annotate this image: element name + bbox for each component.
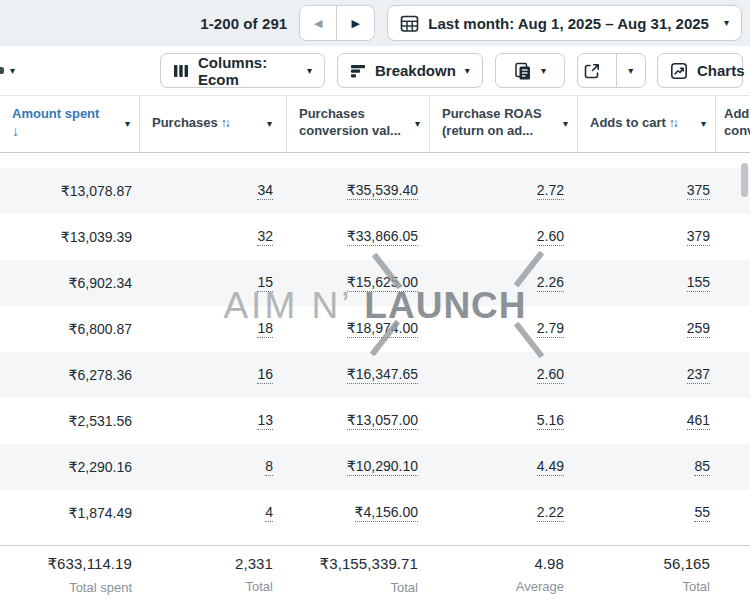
duplicate-pages-icon xyxy=(514,62,532,80)
cell: ₹13,039.39 xyxy=(0,214,140,260)
cell[interactable]: 259 xyxy=(578,306,716,352)
total-cell: 2,331Total xyxy=(140,555,287,609)
export-button[interactable] xyxy=(578,54,607,87)
sort-icon: ↑↓ xyxy=(669,116,677,130)
chevron-down-icon: ▾ xyxy=(541,66,546,76)
table-row[interactable]: ₹6,902.3415₹15,625.002.26155 xyxy=(0,260,750,306)
cell[interactable]: 18 xyxy=(140,306,287,352)
cell[interactable]: 2.60 xyxy=(430,352,578,398)
columns-icon xyxy=(173,63,189,79)
export-options-button[interactable]: ▾ xyxy=(616,54,646,87)
cell: ₹6,902.34 xyxy=(0,260,140,306)
column-header-adds-to-cart[interactable]: Adds to cart↑↓ ▾ xyxy=(578,96,716,152)
cell[interactable]: ₹4,156.00 xyxy=(287,490,430,536)
table-row[interactable]: ₹1,874.494₹4,156.002.2255 xyxy=(0,490,750,536)
table-row[interactable]: ₹2,290.168₹10,290.104.4985 xyxy=(0,444,750,490)
chevron-down-icon: ▾ xyxy=(724,18,729,28)
cell: ₹13,078.87 xyxy=(0,168,140,214)
cell[interactable]: ₹18,974.00 xyxy=(287,306,430,352)
breakdown-icon xyxy=(350,63,366,79)
table-row[interactable]: ₹6,800.8718₹18,974.002.79259 xyxy=(0,306,750,352)
cell[interactable]: 2.26 xyxy=(430,260,578,306)
cell[interactable]: 237 xyxy=(578,352,716,398)
total-value: 2,331 xyxy=(235,555,273,572)
cell[interactable]: 2.79 xyxy=(430,306,578,352)
cell[interactable]: 155 xyxy=(578,260,716,306)
chevron-down-icon: ▾ xyxy=(267,119,272,129)
total-label: Total xyxy=(391,580,418,595)
cell xyxy=(716,490,750,536)
table-row[interactable]: ₹13,078.8734₹35,539.402.72375 xyxy=(0,168,750,214)
left-arrow-icon: ◀ xyxy=(314,17,322,30)
cell[interactable]: ₹10,290.10 xyxy=(287,444,430,490)
table-row[interactable]: ₹2,531.5613₹13,057.005.16461 xyxy=(0,398,750,444)
next-page-button[interactable]: ▶ xyxy=(337,6,374,40)
total-label: Total xyxy=(246,579,273,594)
table-header: Amount spent ↓ ▾ Purchases↑↓ ▾ Purchases… xyxy=(0,95,750,153)
export-split-button: ▾ xyxy=(577,53,646,88)
charts-icon xyxy=(670,62,688,80)
ads-manager-screen: 1-200 of 291 ◀ ▶ Last month: Aug 1, 2025… xyxy=(0,0,750,609)
date-range-button[interactable]: Last month: Aug 1, 2025 – Aug 31, 2025 ▾ xyxy=(387,5,742,41)
totals-row: ₹633,114.19Total spent2,331Total₹3,155,3… xyxy=(0,545,750,609)
breakdown-button[interactable]: Breakdown ▾ xyxy=(337,53,483,88)
table-row[interactable]: ₹6,278.3616₹16,347.652.60237 xyxy=(0,352,750,398)
cell[interactable]: 2.60 xyxy=(430,214,578,260)
cell[interactable]: 375 xyxy=(578,168,716,214)
chevron-down-icon[interactable]: ▾ xyxy=(10,66,15,76)
breakdown-button-label: Breakdown xyxy=(375,62,456,79)
cell[interactable]: 55 xyxy=(578,490,716,536)
pagination-control: ◀ ▶ xyxy=(299,5,375,41)
cell[interactable]: 2.22 xyxy=(430,490,578,536)
cell[interactable]: 16 xyxy=(140,352,287,398)
cell[interactable]: 32 xyxy=(140,214,287,260)
columns-button-label: Columns: Ecom xyxy=(198,54,298,88)
right-arrow-icon: ▶ xyxy=(352,17,360,30)
cell[interactable]: ₹35,539.40 xyxy=(287,168,430,214)
cell[interactable]: 85 xyxy=(578,444,716,490)
charts-button-label: Charts xyxy=(697,62,745,79)
cell xyxy=(716,398,750,444)
cell[interactable]: 8 xyxy=(140,444,287,490)
cell[interactable]: 379 xyxy=(578,214,716,260)
cell[interactable]: 34 xyxy=(140,168,287,214)
cell[interactable]: 4.49 xyxy=(430,444,578,490)
chevron-down-icon: ▾ xyxy=(415,119,420,129)
columns-button[interactable]: Columns: Ecom ▾ xyxy=(160,53,325,88)
cell[interactable]: 2.72 xyxy=(430,168,578,214)
charts-button[interactable]: Charts xyxy=(657,53,743,88)
cell[interactable]: 5.16 xyxy=(430,398,578,444)
table-body: ₹13,078.8734₹35,539.402.72375₹13,039.393… xyxy=(0,168,750,536)
chevron-down-icon: ▾ xyxy=(307,66,312,76)
column-header-purchases-conversion-value[interactable]: Purchases conversion val... ▾ xyxy=(287,96,430,152)
sort-icon: ↑↓ xyxy=(221,116,229,130)
column-header-adds-to-cart-conversion[interactable]: Adds to cart conversion xyxy=(716,96,750,152)
vertical-scrollbar-thumb[interactable] xyxy=(741,163,748,197)
date-range-label: Last month: Aug 1, 2025 – Aug 31, 2025 xyxy=(428,15,709,32)
column-header-purchases[interactable]: Purchases↑↓ ▾ xyxy=(140,96,287,152)
cell[interactable]: ₹13,057.00 xyxy=(287,398,430,444)
cell[interactable]: 4 xyxy=(140,490,287,536)
column-header-amount-spent[interactable]: Amount spent ↓ ▾ xyxy=(0,96,140,152)
cell: ₹1,874.49 xyxy=(0,490,140,536)
total-cell: 56,165Total xyxy=(578,555,716,609)
cell[interactable]: ₹16,347.65 xyxy=(287,352,430,398)
cell[interactable]: 461 xyxy=(578,398,716,444)
total-value: ₹3,155,339.71 xyxy=(320,555,418,573)
export-icon xyxy=(583,62,601,80)
cell[interactable]: 15 xyxy=(140,260,287,306)
chevron-down-icon: ▾ xyxy=(465,66,470,76)
column-header-purchase-roas[interactable]: Purchase ROAS (return on ad... ▾ xyxy=(430,96,578,152)
cell: ₹6,800.87 xyxy=(0,306,140,352)
table-row[interactable]: ₹13,039.3932₹33,866.052.60379 xyxy=(0,214,750,260)
cell xyxy=(716,306,750,352)
top-bar: 1-200 of 291 ◀ ▶ Last month: Aug 1, 2025… xyxy=(0,0,750,46)
cell[interactable]: ₹15,625.00 xyxy=(287,260,430,306)
cell xyxy=(716,352,750,398)
total-label: Total spent xyxy=(69,580,132,595)
cell xyxy=(716,260,750,306)
previous-page-button[interactable]: ◀ xyxy=(300,6,337,40)
cell[interactable]: 13 xyxy=(140,398,287,444)
reports-button[interactable]: ▾ xyxy=(495,53,565,88)
cell[interactable]: ₹33,866.05 xyxy=(287,214,430,260)
